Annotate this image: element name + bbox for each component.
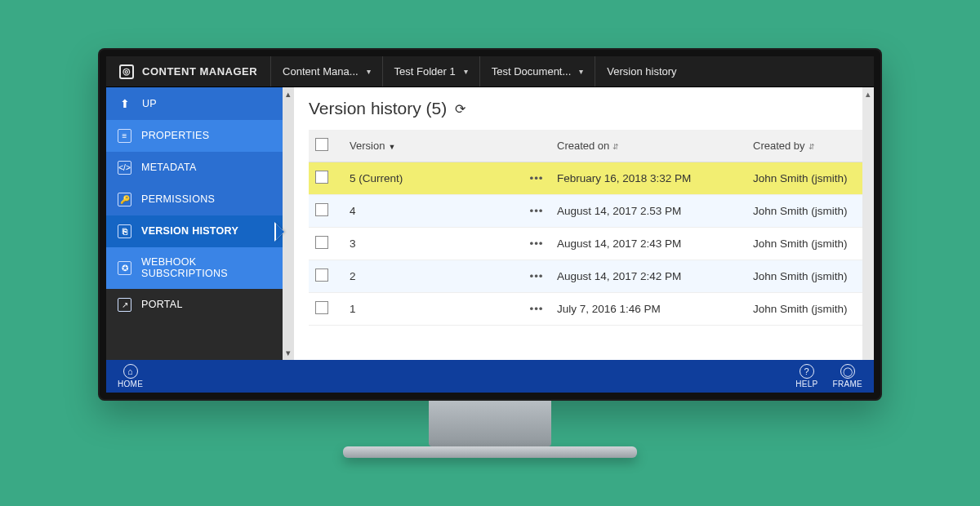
table-row[interactable]: 3•••August 14, 2017 2:43 PMJohn Smith (j… [309,228,862,260]
sidebar-item-up[interactable]: ⬆ UP [106,87,283,120]
monitor-bezel: ◎ CONTENT MANAGER Content Mana... ▾ Test… [98,48,882,401]
cell-created-by: John Smith (jsmith) [746,260,862,293]
row-checkbox[interactable] [315,171,328,184]
portal-icon: ↗ [118,298,131,312]
table-row[interactable]: 5 (Current)•••February 16, 2018 3:32 PMJ… [309,162,862,195]
cell-created-on: August 14, 2017 2.53 PM [550,195,746,228]
main-scrollbar[interactable]: ▴ [862,87,874,360]
arrow-up-icon: ⬆ [118,96,132,111]
frame-button[interactable]: ◯ FRAME [833,364,863,388]
sort-desc-icon: ▼ [388,143,395,151]
row-actions-button[interactable]: ••• [523,162,550,195]
cell-version: 3 [343,228,523,260]
sidebar-item-webhook-subscriptions[interactable]: ✪ WEBHOOK SUBSCRIPTIONS [106,247,283,289]
breadcrumb-label: Content Mana... [283,65,359,78]
row-checkbox[interactable] [315,269,328,282]
sidebar-item-label: WEBHOOK SUBSCRIPTIONS [141,256,271,280]
cell-created-on: August 14, 2017 2:42 PM [550,260,746,293]
footer-right: ? HELP ◯ FRAME [795,364,862,388]
sidebar: ⬆ UP ≡ PROPERTIES </> METADATA 🔑 PERMISS… [106,87,283,360]
cell-created-on: August 14, 2017 2:43 PM [550,228,746,260]
main-panel: Version history (5) ⟳ Version▼ [294,87,874,360]
monitor-stand-neck [429,401,551,446]
app-window: ◎ CONTENT MANAGER Content Mana... ▾ Test… [106,56,874,393]
refresh-icon[interactable]: ⟳ [455,101,466,117]
footer-label: HELP [795,380,817,388]
breadcrumb-item-3: Version history [595,56,688,87]
cell-created-on: February 16, 2018 3:32 PM [550,162,746,195]
cell-version: 5 (Current) [343,162,523,195]
sidebar-item-metadata[interactable]: </> METADATA [106,152,283,184]
scroll-up-icon: ▴ [286,89,291,100]
table-row[interactable]: 4•••August 14, 2017 2.53 PMJohn Smith (j… [309,195,862,228]
app-brand-label: CONTENT MANAGER [142,65,257,78]
cell-created-by: John Smith (jsmith) [746,293,862,326]
row-checkbox[interactable] [315,301,328,314]
column-created-by[interactable]: Created by⇵ [746,130,862,162]
column-version[interactable]: Version▼ [343,130,523,162]
frame-icon: ◯ [840,364,855,379]
row-actions-button[interactable]: ••• [523,195,550,228]
breadcrumb-label: Version history [607,65,676,78]
cell-created-by: John Smith (jsmith) [746,195,862,228]
sidebar-item-portal[interactable]: ↗ PORTAL [106,289,283,321]
footer-label: HOME [118,380,143,388]
table-header-row: Version▼ Created on⇵ Created by⇵ [309,130,862,162]
table-row[interactable]: 2•••August 14, 2017 2:42 PMJohn Smith (j… [309,260,862,293]
breadcrumb-label: Test Document... [492,65,572,78]
chevron-down-icon: ▾ [367,67,371,76]
cell-created-by: John Smith (jsmith) [746,228,862,260]
list-icon: ≡ [118,129,131,143]
chevron-down-icon: ▾ [579,67,583,76]
breadcrumb-item-0[interactable]: Content Mana... ▾ [270,56,382,87]
key-icon: 🔑 [118,193,131,206]
row-actions-button[interactable]: ••• [523,228,550,260]
code-icon: </> [118,161,131,175]
cell-created-by: John Smith (jsmith) [746,162,862,195]
cell-version: 2 [343,260,523,293]
home-button[interactable]: ⌂ HOME [118,364,143,388]
sidebar-item-version-history[interactable]: ⎘ VERSION HISTORY [106,215,283,247]
table-row[interactable]: 1•••July 7, 2016 1:46 PMJohn Smith (jsmi… [309,293,862,326]
version-icon: ⎘ [118,224,131,238]
breadcrumb-item-2[interactable]: Test Document... ▾ [479,56,595,87]
app-body: ⬆ UP ≡ PROPERTIES </> METADATA 🔑 PERMISS… [106,87,874,360]
column-select-all[interactable] [309,130,343,162]
app-logo-icon: ◎ [119,64,134,79]
sidebar-item-label: UP [142,98,157,109]
home-icon: ⌂ [123,364,138,379]
topbar: ◎ CONTENT MANAGER Content Mana... ▾ Test… [106,56,874,87]
help-icon: ? [800,364,814,379]
monitor-frame: ◎ CONTENT MANAGER Content Mana... ▾ Test… [98,48,882,458]
row-checkbox[interactable] [315,236,328,249]
version-table: Version▼ Created on⇵ Created by⇵ [309,130,862,326]
column-label: Version [350,140,385,152]
help-button[interactable]: ? HELP [795,364,817,388]
page-title: Version history (5) ⟳ [309,99,862,118]
app-brand: ◎ CONTENT MANAGER [106,56,270,87]
scroll-down-icon: ▾ [286,348,291,358]
sidebar-item-permissions[interactable]: 🔑 PERMISSIONS [106,184,283,215]
row-actions-button[interactable]: ••• [523,293,550,326]
column-label: Created by [753,140,805,152]
scroll-up-icon: ▴ [866,89,871,100]
breadcrumb-item-1[interactable]: Test Folder 1 ▾ [382,56,479,87]
checkbox-icon[interactable] [315,138,328,151]
cell-version: 1 [343,293,523,326]
row-checkbox[interactable] [315,203,328,216]
footer-left: ⌂ HOME [118,364,143,388]
webhook-icon: ✪ [118,261,131,275]
column-actions [523,130,550,162]
cell-version: 4 [343,195,523,228]
cell-created-on: July 7, 2016 1:46 PM [550,293,746,326]
footer-label: FRAME [833,380,863,388]
sort-icon: ⇵ [808,143,815,151]
main-content: Version history (5) ⟳ Version▼ [294,87,862,360]
monitor-stand-base [343,446,637,458]
column-created-on[interactable]: Created on⇵ [550,130,746,162]
sidebar-item-label: VERSION HISTORY [141,225,238,237]
row-actions-button[interactable]: ••• [523,260,550,293]
sidebar-item-label: PORTAL [141,299,183,310]
sidebar-item-properties[interactable]: ≡ PROPERTIES [106,120,283,152]
sidebar-item-label: PERMISSIONS [141,193,215,205]
